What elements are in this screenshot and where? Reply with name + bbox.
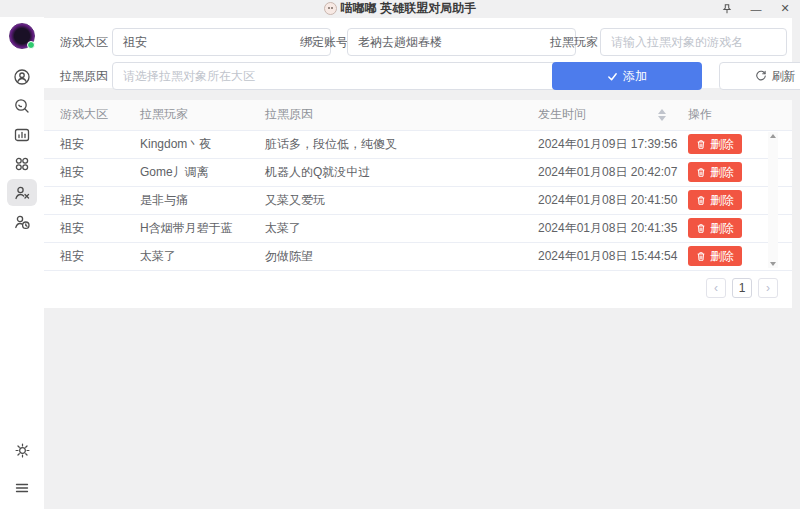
table-row: 祖安 是非与痛 又菜又爱玩 2024年01月08日 20:41:50 删除 — [44, 186, 792, 214]
cell-region: 祖安 — [44, 214, 140, 242]
blacklist-table-card: 游戏大区 拉黑玩家 拉黑原因 发生时间 操作 祖安 Kingdom丶夜 — [44, 100, 792, 308]
delete-button[interactable]: 删除 — [688, 134, 742, 154]
refresh-button[interactable]: 刷新 — [719, 62, 800, 90]
settings-button[interactable] — [7, 437, 37, 464]
add-button[interactable]: 添加 — [552, 62, 702, 90]
trash-icon — [696, 167, 706, 178]
trash-icon — [696, 223, 706, 234]
minimize-button[interactable]: — — [749, 2, 763, 16]
search-icon — [13, 97, 31, 115]
reason-label: 拉黑原因 — [60, 62, 108, 90]
window-title-text: 喵嘟嘟 英雄联盟对局助手 — [341, 0, 476, 17]
refresh-button-label: 刷新 — [772, 68, 796, 85]
sidebar-item-apps[interactable] — [7, 150, 37, 177]
col-time-label: 发生时间 — [538, 106, 586, 123]
cell-time: 2024年01月08日 15:44:54 — [538, 242, 688, 270]
sort-control[interactable] — [658, 109, 666, 121]
region-select-value: 祖安 — [123, 34, 147, 51]
blacklist-table: 游戏大区 拉黑玩家 拉黑原因 发生时间 操作 祖安 Kingdom丶夜 — [44, 100, 792, 271]
pagination: ‹ 1 › — [706, 278, 778, 298]
sort-desc-icon[interactable] — [658, 116, 666, 121]
reason-input[interactable] — [112, 62, 576, 90]
trash-icon — [696, 195, 706, 206]
user-block-icon — [13, 184, 31, 202]
next-page-button[interactable]: › — [758, 278, 778, 298]
cell-region: 祖安 — [44, 130, 140, 158]
check-icon — [607, 71, 618, 82]
delete-button[interactable]: 删除 — [688, 190, 742, 210]
cell-region: 祖安 — [44, 242, 140, 270]
cell-reason: 又菜又爱玩 — [265, 186, 538, 214]
table-scrollbar[interactable] — [768, 132, 778, 268]
blacklist-form: 游戏大区 祖安 绑定账号 拉黑玩家 拉黑原因 添加 刷新 — [44, 18, 792, 88]
sidebar-item-blacklist[interactable] — [7, 179, 37, 206]
region-select[interactable]: 祖安 — [112, 28, 331, 56]
cell-reason: 脏话多，段位低，纯傻叉 — [265, 130, 538, 158]
col-reason: 拉黑原因 — [265, 100, 538, 130]
player-label: 拉黑玩家 — [550, 28, 598, 56]
table-header-row: 游戏大区 拉黑玩家 拉黑原因 发生时间 操作 — [44, 100, 792, 130]
hamburger-icon — [14, 480, 30, 496]
cell-player: Kingdom丶夜 — [140, 130, 265, 158]
sort-asc-icon[interactable] — [658, 109, 666, 114]
user-circle-icon — [13, 68, 31, 86]
bar-chart-icon — [13, 126, 31, 144]
col-action: 操作 — [688, 100, 792, 130]
delete-button[interactable]: 删除 — [688, 218, 742, 238]
cell-time: 2024年01月08日 20:41:50 — [538, 186, 688, 214]
cell-time: 2024年01月08日 20:42:07 — [538, 158, 688, 186]
pin-button[interactable] — [720, 2, 734, 16]
trash-icon — [696, 251, 706, 262]
cell-region: 祖安 — [44, 186, 140, 214]
avatar[interactable] — [9, 23, 35, 49]
cell-time: 2024年01月09日 17:39:56 — [538, 130, 688, 158]
gear-icon — [14, 442, 31, 459]
refresh-icon — [755, 70, 767, 82]
sidebar-item-stats[interactable] — [7, 121, 37, 148]
table-row: 祖安 H含烟带月碧于蓝 太菜了 2024年01月08日 20:41:35 删除 — [44, 214, 792, 242]
cell-player: 是非与痛 — [140, 186, 265, 214]
add-button-label: 添加 — [623, 68, 647, 85]
sidebar — [0, 17, 44, 509]
trash-icon — [696, 139, 706, 150]
player-input[interactable] — [600, 28, 787, 56]
cell-reason: 机器人的Q就没中过 — [265, 158, 538, 186]
account-input[interactable] — [347, 28, 576, 56]
table-row: 祖安 Gome丿调离 机器人的Q就没中过 2024年01月08日 20:42:0… — [44, 158, 792, 186]
cell-region: 祖安 — [44, 158, 140, 186]
table-body: 祖安 Kingdom丶夜 脏话多，段位低，纯傻叉 2024年01月09日 17:… — [44, 130, 792, 270]
close-button[interactable]: ✕ — [778, 2, 792, 16]
sidebar-footer — [7, 437, 37, 501]
cell-reason: 太菜了 — [265, 214, 538, 242]
page-number[interactable]: 1 — [732, 278, 752, 298]
prev-page-button[interactable]: ‹ — [706, 278, 726, 298]
delete-button[interactable]: 删除 — [688, 246, 742, 266]
sidebar-nav — [7, 63, 37, 235]
col-time: 发生时间 — [538, 100, 688, 130]
titlebar: 喵嘟嘟 英雄联盟对局助手 — ✕ — [0, 0, 800, 17]
sidebar-item-history[interactable] — [7, 208, 37, 235]
scroll-up-icon[interactable] — [770, 134, 776, 138]
window-title: 喵嘟嘟 英雄联盟对局助手 — [324, 0, 476, 17]
online-status-dot — [27, 41, 35, 49]
col-player: 拉黑玩家 — [140, 100, 265, 130]
user-clock-icon — [13, 213, 31, 231]
table-row: 祖安 Kingdom丶夜 脏话多，段位低，纯傻叉 2024年01月09日 17:… — [44, 130, 792, 158]
sidebar-item-search[interactable] — [7, 92, 37, 119]
scroll-down-icon[interactable] — [770, 262, 776, 266]
cell-player: 太菜了 — [140, 242, 265, 270]
sidebar-item-profile[interactable] — [7, 63, 37, 90]
menu-button[interactable] — [7, 474, 37, 501]
cell-player: H含烟带月碧于蓝 — [140, 214, 265, 242]
pin-icon — [721, 3, 733, 15]
col-region: 游戏大区 — [44, 100, 140, 130]
delete-button[interactable]: 删除 — [688, 162, 742, 182]
table-row: 祖安 太菜了 勿做陈望 2024年01月08日 15:44:54 删除 — [44, 242, 792, 270]
cell-player: Gome丿调离 — [140, 158, 265, 186]
account-label: 绑定账号 — [300, 28, 348, 56]
app-icon — [324, 2, 337, 15]
cell-reason: 勿做陈望 — [265, 242, 538, 270]
region-label: 游戏大区 — [60, 28, 108, 56]
cell-time: 2024年01月08日 20:41:35 — [538, 214, 688, 242]
window-controls: — ✕ — [720, 0, 792, 17]
